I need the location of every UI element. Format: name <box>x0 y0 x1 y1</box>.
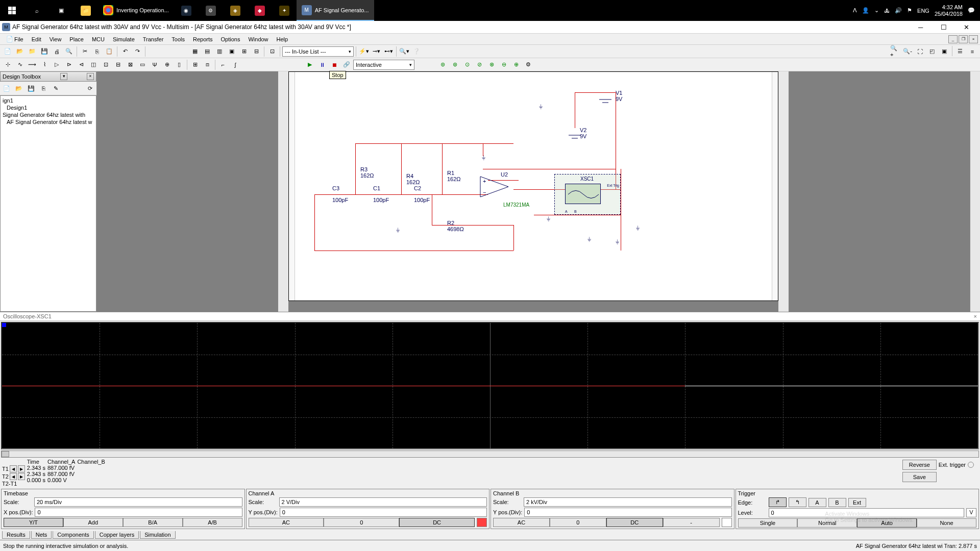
cha-dc[interactable]: DC <box>399 518 475 527</box>
comp3-icon[interactable]: ⟿ <box>27 59 38 70</box>
start-button[interactable] <box>0 0 24 21</box>
t1-right[interactable]: ▶ <box>18 465 25 472</box>
mdi-close[interactable]: × <box>969 35 978 43</box>
dt-dropdown-icon[interactable]: ▾ <box>60 73 67 80</box>
zoom-area-icon[interactable]: ◰ <box>926 46 938 57</box>
battery-v1[interactable] <box>599 96 615 107</box>
file-explorer-icon[interactable]: 📁 <box>74 0 98 21</box>
comp5-icon[interactable]: ▷ <box>51 59 62 70</box>
cursor-t1[interactable] <box>2 323 6 327</box>
taskbar-steam-icon[interactable]: ◉ <box>174 0 199 21</box>
tray-down-icon[interactable]: ⌄ <box>874 7 879 14</box>
ground-icon[interactable]: ⏚ <box>587 235 591 242</box>
comp-r3[interactable]: R3162Ω <box>360 166 374 179</box>
cha-zero[interactable]: 0 <box>324 518 399 527</box>
dt-open-icon[interactable]: 📂 <box>13 83 24 94</box>
edge-ext[interactable]: Ext <box>848 498 866 507</box>
menu-reports[interactable]: Reports <box>189 35 217 43</box>
comp-u2[interactable]: U2 <box>501 171 508 178</box>
menu-tools[interactable]: Tools <box>167 35 189 43</box>
taskbar-multisim[interactable]: MAF Signal Generato... <box>297 0 374 21</box>
schematic-canvas[interactable]: A B C D E A B C D E <box>288 71 778 301</box>
timebase-xpos-input[interactable] <box>35 508 242 517</box>
zoom-in-icon[interactable]: 🔍+ <box>890 46 901 57</box>
comp-v2[interactable]: V29V <box>580 127 586 139</box>
tray-lang[interactable]: ENG <box>917 8 929 14</box>
mode-add[interactable]: Add <box>63 518 123 527</box>
run-button[interactable]: ▶ <box>304 59 315 70</box>
xsc1-instrument[interactable]: XSC1 Ext Trig A B <box>554 174 621 215</box>
undo-icon[interactable]: ↶ <box>119 46 131 57</box>
comp8-icon[interactable]: ◫ <box>88 59 99 70</box>
cha-ac[interactable]: AC <box>249 518 324 527</box>
copy-icon[interactable]: ⎘ <box>91 46 103 57</box>
menu-window[interactable]: Window <box>244 35 272 43</box>
probe2-icon[interactable]: ⊸▾ <box>371 46 382 57</box>
ground-icon[interactable]: ⏚ <box>396 226 400 233</box>
menu-options[interactable]: Options <box>217 35 244 43</box>
comp12-icon[interactable]: ▭ <box>137 59 148 70</box>
sim3-icon[interactable]: ⊙ <box>461 59 473 70</box>
settings-icon[interactable]: ⚙ <box>523 59 534 70</box>
new-icon[interactable]: 📄 <box>2 46 13 57</box>
comp13-icon[interactable]: Ψ <box>149 59 160 70</box>
list1-icon[interactable]: ☰ <box>954 46 966 57</box>
tab-components[interactable]: Components <box>53 531 93 539</box>
menu-help[interactable]: Help <box>273 35 292 43</box>
ground-icon[interactable]: ⏚ <box>482 154 485 161</box>
dt-new-icon[interactable]: 📄 <box>1 83 12 94</box>
chb-zero[interactable]: 0 <box>550 518 606 527</box>
trigger-level-unit[interactable]: V <box>966 508 976 517</box>
design-toolbox-header[interactable]: Design Toolbox ▾ × <box>0 71 96 82</box>
maximize-button[interactable]: ☐ <box>932 21 955 34</box>
edge-a[interactable]: A <box>808 498 826 507</box>
list2-icon[interactable]: ≡ <box>967 46 978 57</box>
close-button[interactable]: ✕ <box>955 21 978 34</box>
comp9-icon[interactable]: ⊡ <box>100 59 111 70</box>
comp-c2[interactable]: C2100pF <box>414 185 430 203</box>
zoom-out-icon[interactable]: 🔍- <box>902 46 913 57</box>
component-icon[interactable]: ⊡ <box>266 46 278 57</box>
tray-volume-icon[interactable]: 🔊 <box>895 7 902 14</box>
tray-clock[interactable]: 4:32 AM25/04/2018 <box>935 4 963 17</box>
minimize-button[interactable]: ─ <box>909 21 932 34</box>
tree-item[interactable]: ign1 <box>2 97 95 104</box>
trig-normal[interactable]: Normal <box>797 518 857 528</box>
open2-icon[interactable]: 📁 <box>27 46 38 57</box>
comp-r2[interactable]: R24698Ω <box>447 220 464 232</box>
chb-ypos-input[interactable] <box>524 508 731 517</box>
cha-color-indicator[interactable] <box>477 518 487 527</box>
inuse-dropdown[interactable]: --- In-Use List --- <box>282 46 354 57</box>
tray-notifications-icon[interactable]: 💬 <box>968 7 975 14</box>
probe1-icon[interactable]: ⚡▾ <box>358 46 370 57</box>
edge-rising[interactable]: ↱ <box>769 497 787 507</box>
cha-scale-input[interactable] <box>279 497 487 507</box>
sim4-icon[interactable]: ⊘ <box>474 59 485 70</box>
grid6-icon[interactable]: ⊟ <box>251 46 262 57</box>
trig-auto[interactable]: Auto <box>857 518 917 528</box>
mode-ba[interactable]: B/A <box>123 518 183 527</box>
t1-left[interactable]: ◀ <box>10 465 17 472</box>
comp7-icon[interactable]: ⊲ <box>76 59 87 70</box>
paste-icon[interactable]: 📋 <box>104 46 115 57</box>
taskbar-search-icon[interactable]: ⌕ <box>24 0 49 21</box>
menu-transfer[interactable]: Transfer <box>139 35 168 43</box>
help-icon[interactable]: ❔ <box>411 46 422 57</box>
grid5-icon[interactable]: ⊞ <box>238 46 250 57</box>
trig-none[interactable]: None <box>917 518 976 528</box>
tree-item[interactable]: AF Signal Generator 64hz latest w <box>2 118 95 126</box>
menu-simulate[interactable]: Simulate <box>109 35 139 43</box>
comp19-icon[interactable]: ∫ <box>230 59 241 70</box>
task-view-icon[interactable]: ▣ <box>49 0 74 21</box>
cut-icon[interactable]: ✂ <box>79 46 90 57</box>
tab-results[interactable]: Results <box>2 531 30 539</box>
taskbar-app2-icon[interactable]: ⚙ <box>199 0 223 21</box>
tab-simulation[interactable]: Simulation <box>140 531 175 539</box>
redo-icon[interactable]: ↷ <box>132 46 143 57</box>
chb-invert[interactable]: - <box>663 518 720 527</box>
menu-mcu[interactable]: MCU <box>88 35 109 43</box>
mdi-minimize[interactable]: _ <box>948 35 958 43</box>
zoom-icon[interactable]: 🔍▾ <box>399 46 410 57</box>
comp14-icon[interactable]: ⊕ <box>161 59 173 70</box>
osc-hscrollbar[interactable] <box>1 450 979 458</box>
